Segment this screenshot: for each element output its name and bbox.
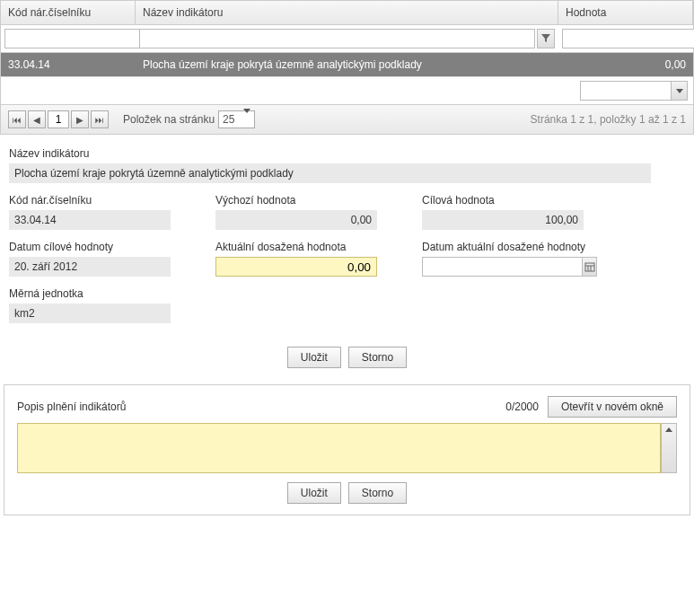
funnel-icon	[541, 34, 550, 43]
save-button[interactable]: Uložit	[287, 347, 341, 368]
row-dropdown-arrow[interactable]	[671, 82, 687, 100]
chevron-down-icon	[676, 89, 683, 93]
grid-subrow	[1, 76, 693, 104]
cell-name: Plocha území kraje pokrytá územně analyt…	[136, 53, 558, 76]
pager-next-button[interactable]: ▶	[71, 110, 89, 128]
row-dropdown[interactable]	[580, 81, 688, 101]
description-panel: Popis plnění indikátorů 0/2000 Otevřít v…	[4, 384, 690, 515]
pager-first-button[interactable]: ⏮	[8, 110, 26, 128]
current-date-field[interactable]	[422, 257, 597, 277]
target-date-value: 20. září 2012	[9, 257, 171, 277]
current-label: Aktuální dosažená hodnota	[215, 241, 377, 253]
chevron-up-icon	[665, 427, 672, 432]
row-dropdown-input[interactable]	[581, 82, 671, 100]
open-new-window-button[interactable]: Otevřít v novém okně	[548, 396, 677, 418]
current-date-input[interactable]	[423, 258, 582, 276]
name-label: Název indikátoru	[9, 147, 651, 160]
description-textarea[interactable]	[17, 423, 661, 473]
description-counter: 0/2000	[505, 400, 539, 413]
grid-footer: ⏮ ◀ ▶ ⏭ Položek na stránku 25 Stránka 1 …	[1, 104, 693, 134]
save-button[interactable]: Uložit	[287, 482, 341, 504]
filter-name-input[interactable]	[139, 29, 535, 48]
target-label: Cílová hodnota	[422, 194, 584, 207]
initial-label: Výchozí hodnota	[215, 194, 377, 207]
pager-page-input[interactable]	[48, 110, 69, 128]
cancel-button[interactable]: Storno	[348, 347, 407, 368]
chevron-down-icon	[243, 109, 250, 126]
col-header-code[interactable]: Kód nár.číselníku	[1, 1, 136, 24]
calendar-button[interactable]	[582, 258, 596, 276]
description-title: Popis plnění indikátorů	[17, 400, 496, 413]
current-value-input[interactable]	[215, 257, 377, 277]
code-value: 33.04.14	[9, 210, 171, 230]
grid-filter-row	[1, 25, 693, 53]
detail-form: Název indikátoru Plocha území kraje pokr…	[0, 135, 694, 338]
initial-value: 0,00	[215, 210, 377, 230]
cell-code: 33.04.14	[1, 53, 136, 76]
pager-summary: Stránka 1 z 1, položky 1 až 1 z 1	[531, 113, 686, 126]
filter-name-button[interactable]	[537, 29, 555, 48]
col-header-name[interactable]: Název indikátoru	[136, 1, 558, 24]
target-value: 100,00	[422, 210, 584, 230]
code-label: Kód nár.číselníku	[9, 194, 171, 207]
pager-last-button[interactable]: ⏭	[91, 110, 109, 128]
cell-value: 0,00	[558, 53, 693, 76]
calendar-icon	[584, 261, 595, 272]
pager: ⏮ ◀ ▶ ⏭	[8, 110, 109, 128]
svg-rect-0	[585, 263, 594, 271]
per-page-select[interactable]: 25	[218, 110, 255, 128]
description-scroll-up[interactable]	[661, 423, 677, 473]
current-date-label: Datum aktuální dosažené hodnoty	[422, 241, 597, 253]
per-page-label: Položek na stránku 25	[123, 110, 255, 128]
target-date-label: Datum cílové hodnoty	[9, 241, 171, 253]
col-header-value[interactable]: Hodnota	[558, 1, 693, 24]
cancel-button[interactable]: Storno	[348, 482, 407, 504]
form-button-row: Uložit Storno	[0, 338, 694, 384]
table-row[interactable]: 33.04.14 Plocha území kraje pokrytá územ…	[1, 53, 693, 76]
unit-label: Měrná jednotka	[9, 287, 171, 300]
name-value: Plocha území kraje pokrytá územně analyt…	[9, 163, 651, 183]
indicator-grid: Kód nár.číselníku Název indikátoru Hodno…	[0, 0, 694, 135]
unit-value: km2	[9, 304, 171, 323]
grid-header: Kód nár.číselníku Název indikátoru Hodno…	[1, 1, 693, 25]
pager-prev-button[interactable]: ◀	[28, 110, 46, 128]
filter-value-input[interactable]	[562, 29, 694, 48]
